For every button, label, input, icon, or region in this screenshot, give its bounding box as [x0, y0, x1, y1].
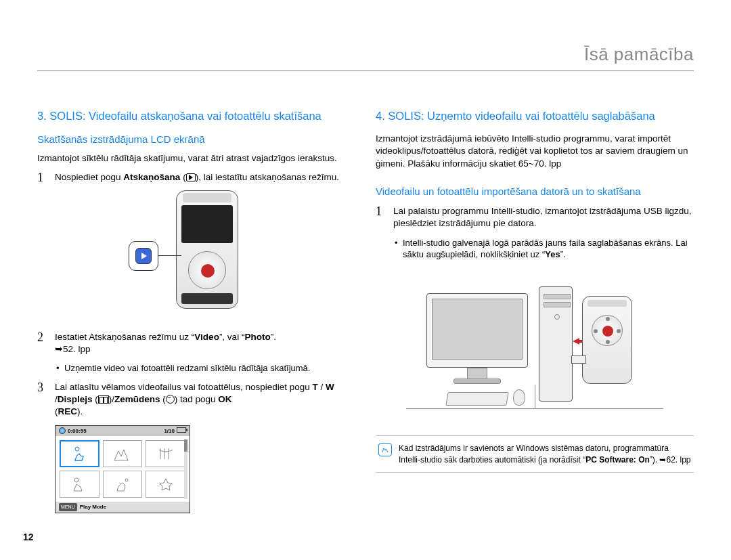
thumb-mode-label: Play Mode [80, 504, 107, 511]
monitor-icon [426, 293, 528, 388]
step3-item1-text: Nospiediet pogu Atskaņošana (), lai iest… [55, 171, 355, 184]
camera-illustration [37, 190, 355, 319]
menu-chip: MENU [59, 503, 77, 511]
thumb-cell [60, 471, 99, 498]
text-frag: Iestatiet Atskaņošanas režīmu uz “ [55, 332, 194, 342]
step3-item2-text: Iestatiet Atskaņošanas režīmu uz “Video”… [55, 331, 355, 356]
bullet-item: Uzņemtie video vai fotoattēli redzami sī… [56, 362, 355, 374]
keyboard-mouse-icon [447, 389, 528, 408]
connect-arrow-icon [573, 338, 579, 345]
thumb-count: 1/10 [164, 428, 175, 434]
step3-item3-text: Lai atlasītu vēlamos videofailus vai fot… [55, 381, 355, 418]
playback-icon [186, 173, 196, 181]
thumbnail-screen-illustration: 0:00:55 1/10 MENU Play Mode [55, 425, 190, 513]
page-ref: 62. lpp [666, 455, 690, 465]
text-bold: Video [194, 332, 219, 342]
thumb-cell [146, 440, 185, 467]
step3-title: 3. SOLIS: Videofailu atskaņošana vai fot… [37, 108, 355, 123]
text-frag: ”. [271, 332, 276, 342]
text-frag: ”, vai “ [219, 332, 245, 342]
page-ref: 52. lpp [63, 344, 91, 354]
text-bold: W [326, 382, 334, 392]
step3-item3: 3 Lai atlasītu vēlamos videofailus vai f… [37, 381, 355, 418]
page-number: 12 [23, 532, 34, 542]
page-header: Īsā pamācība [37, 44, 694, 91]
note-box: Kad izstrādājums ir savienots ar Windows… [376, 435, 694, 473]
thumb-bottombar: MENU Play Mode [56, 502, 190, 512]
manual-page: Īsā pamācība 3. SOLIS: Videofailu atskaņ… [0, 0, 731, 560]
content-columns: 3. SOLIS: Videofailu atskaņošana vai fot… [37, 108, 694, 513]
step3-item2-bullets: Uzņemtie video vai fotoattēli redzami sī… [56, 362, 355, 374]
step4-intro: Izmantojot izstrādājumā iebūvēto Intelli… [376, 133, 694, 170]
step4-item1-text: Lai palaistu programmu Intelli-studio, i… [393, 205, 694, 230]
step4-title: 4. SOLIS: Uzņemto videofailu vai fotoatt… [376, 108, 694, 123]
usb-plug-icon [571, 356, 586, 364]
header-rule [37, 70, 694, 71]
right-column: 4. SOLIS: Uzņemto videofailu vai fotoatt… [376, 108, 694, 513]
play-icon [135, 248, 152, 264]
step3-intro: Izmantojot sīktēlu rādītāja skatījumu, v… [37, 152, 355, 165]
underwater-icon [166, 395, 175, 404]
list-number: 3 [37, 381, 48, 418]
step4-item1-bullets: Intelli-studio galvenajā logā parādās ja… [395, 237, 694, 261]
text-bold: OK [218, 394, 231, 404]
text-frag: ”. [560, 249, 566, 259]
text-bold: Yes [545, 249, 560, 259]
text-frag: ) tad pogu [175, 394, 219, 404]
note-icon [378, 443, 392, 456]
text-frag: Nospiediet pogu [55, 172, 123, 182]
battery-icon [177, 427, 186, 433]
text-bold: T [313, 382, 318, 392]
display-icon [98, 395, 109, 404]
text-frag: Lai atlasītu vēlamos videofailus vai fot… [55, 382, 313, 392]
step3-subhead: Skatīšanās izstrādājuma LCD ekrānā [37, 133, 355, 146]
text-frag: ). [77, 406, 83, 416]
text-bold: PC Software: On [585, 455, 650, 465]
bullet-item: Intelli-studio galvenajā logā parādās ja… [395, 237, 694, 261]
text-bold: Photo [244, 332, 270, 342]
thumb-scrollbar [184, 439, 187, 499]
pc-tower-icon [539, 286, 573, 402]
thumb-time: 0:00:55 [68, 428, 87, 434]
text-frag: ( [160, 394, 166, 404]
step3-item2: 2 Iestatiet Atskaņošanas režīmu uz “Vide… [37, 331, 355, 356]
note-text: Kad izstrādājums ir savienots ar Windows… [399, 443, 691, 466]
list-number: 2 [37, 331, 48, 356]
thumb-statusbar: 0:00:55 1/10 [56, 426, 190, 437]
text-frag: / [318, 382, 326, 392]
step3-item1: 1 Nospiediet pogu Atskaņošana (), lai ie… [37, 171, 355, 184]
step4-list: 1 Lai palaistu programmu Intelli-studio,… [376, 205, 694, 230]
header-title: Īsā pamācība [37, 44, 694, 65]
pc-connection-illustration [376, 273, 694, 422]
camera-icon [582, 296, 643, 384]
globe-icon [59, 427, 66, 434]
step4-subhead: Videofailu un fotoattēlu importēšana dat… [376, 185, 694, 198]
text-bold: Zemūdens [114, 394, 160, 404]
step3-list-cont2: 3 Lai atlasītu vēlamos videofailus vai f… [37, 381, 355, 418]
text-frag: ( [93, 394, 98, 404]
playback-button-callout [129, 241, 158, 271]
thumb-cell [103, 440, 143, 467]
text-bold: REC [58, 406, 78, 416]
svg-point-2 [125, 479, 128, 481]
left-column: 3. SOLIS: Videofailu atskaņošana vai fot… [37, 108, 355, 513]
text-frag: )/ [109, 394, 114, 404]
text-bold: Atskaņošana [123, 172, 180, 182]
list-number: 1 [37, 171, 48, 184]
thumb-cell-selected [60, 440, 99, 467]
thumb-cell [146, 471, 185, 498]
svg-point-1 [74, 478, 79, 482]
text-bold: Displejs [58, 394, 93, 404]
step3-list-cont: 2 Iestatiet Atskaņošanas režīmu uz “Vide… [37, 331, 355, 356]
list-number: 1 [376, 205, 386, 230]
svg-point-0 [75, 447, 79, 451]
text-frag: , lai iestatītu atskaņošanas režīmu. [198, 172, 339, 182]
text-frag: ”). [650, 455, 660, 465]
step4-item1: 1 Lai palaistu programmu Intelli-studio,… [376, 205, 694, 230]
thumb-grid [56, 436, 190, 502]
thumb-cell [103, 471, 143, 498]
step3-list: 1 Nospiediet pogu Atskaņošana (), lai ie… [37, 171, 355, 184]
